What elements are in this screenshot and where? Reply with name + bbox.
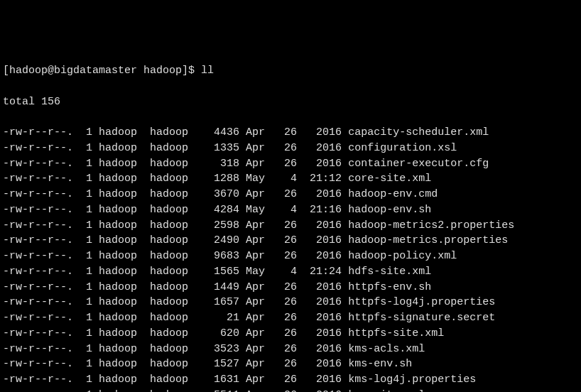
file-size: 1657 <box>201 295 239 310</box>
file-month: Apr <box>246 141 271 156</box>
file-time: 2016 <box>303 141 342 156</box>
file-group: hadoop <box>150 141 195 156</box>
file-time: 2016 <box>303 310 342 326</box>
file-perms: -rw-r--r--. <box>3 295 73 310</box>
file-size: 1631 <box>201 372 239 388</box>
file-group: hadoop <box>150 249 195 264</box>
file-links: 1 <box>80 342 92 357</box>
file-name: httpfs-signature.secret <box>348 310 495 326</box>
file-row: -rw-r--r--. 1 hadoop hadoop 9683 Apr 26 … <box>3 249 578 264</box>
file-time: 2016 <box>303 388 342 392</box>
file-name: capacity-scheduler.xml <box>348 125 489 141</box>
file-row: -rw-r--r--. 1 hadoop hadoop 3670 Apr 26 … <box>3 187 578 202</box>
file-name: kms-log4j.properties <box>348 372 476 388</box>
file-row: -rw-r--r--. 1 hadoop hadoop 1288 May 4 2… <box>3 171 578 187</box>
file-row: -rw-r--r--. 1 hadoop hadoop 4436 Apr 26 … <box>3 125 578 141</box>
file-group: hadoop <box>150 171 195 187</box>
file-name: hadoop-env.cmd <box>348 187 438 202</box>
file-owner: hadoop <box>99 202 143 218</box>
prompt-userhost: [hadoop@bigdatamaster hadoop]$ <box>3 65 195 77</box>
file-name: core-site.xml <box>348 171 431 187</box>
file-month: May <box>246 171 271 187</box>
file-month: Apr <box>246 233 271 249</box>
file-row: -rw-r--r--. 1 hadoop hadoop 4284 May 4 2… <box>3 202 578 218</box>
file-day: 26 <box>278 187 297 202</box>
file-day: 26 <box>278 141 297 156</box>
file-owner: hadoop <box>99 141 143 156</box>
file-links: 1 <box>80 125 92 141</box>
file-links: 1 <box>80 249 92 264</box>
file-time: 2016 <box>303 233 342 249</box>
file-day: 4 <box>278 264 297 280</box>
file-time: 21:16 <box>303 202 342 218</box>
file-month: Apr <box>246 388 271 392</box>
file-row: -rw-r--r--. 1 hadoop hadoop 620 Apr 26 2… <box>3 326 578 342</box>
file-perms: -rw-r--r--. <box>3 156 73 172</box>
file-day: 26 <box>278 249 297 264</box>
file-time: 2016 <box>303 356 342 372</box>
file-row: -rw-r--r--. 1 hadoop hadoop 5511 Apr 26 … <box>3 388 578 392</box>
file-owner: hadoop <box>99 310 143 326</box>
file-day: 26 <box>278 233 297 249</box>
file-links: 1 <box>80 372 92 388</box>
file-row: -rw-r--r--. 1 hadoop hadoop 1631 Apr 26 … <box>3 372 578 388</box>
file-group: hadoop <box>150 356 195 372</box>
file-group: hadoop <box>150 326 195 342</box>
file-month: Apr <box>246 342 271 357</box>
file-group: hadoop <box>150 310 195 326</box>
file-day: 4 <box>278 171 297 187</box>
file-day: 26 <box>278 388 297 392</box>
file-day: 26 <box>278 280 297 295</box>
file-owner: hadoop <box>99 388 143 392</box>
file-month: May <box>246 264 271 280</box>
file-month: Apr <box>246 326 271 342</box>
file-size: 3670 <box>201 187 239 202</box>
file-links: 1 <box>80 310 92 326</box>
file-row: -rw-r--r--. 1 hadoop hadoop 3523 Apr 26 … <box>3 342 578 357</box>
file-size: 2598 <box>201 218 239 234</box>
file-group: hadoop <box>150 264 195 280</box>
file-group: hadoop <box>150 156 195 172</box>
file-size: 1527 <box>201 356 239 372</box>
file-name: kms-acls.xml <box>348 342 425 357</box>
file-month: Apr <box>246 156 271 172</box>
file-day: 26 <box>278 218 297 234</box>
file-name: hadoop-metrics.properties <box>348 233 508 249</box>
file-links: 1 <box>80 280 92 295</box>
file-day: 4 <box>278 202 297 218</box>
file-links: 1 <box>80 218 92 234</box>
file-day: 26 <box>278 372 297 388</box>
file-size: 4284 <box>201 202 239 218</box>
file-perms: -rw-r--r--. <box>3 356 73 372</box>
file-perms: -rw-r--r--. <box>3 141 73 156</box>
file-owner: hadoop <box>99 280 143 295</box>
file-owner: hadoop <box>99 156 143 172</box>
file-time: 2016 <box>303 249 342 264</box>
total-line: total 156 <box>3 94 578 110</box>
file-perms: -rw-r--r--. <box>3 372 73 388</box>
file-links: 1 <box>80 187 92 202</box>
prompt-line[interactable]: [hadoop@bigdatamaster hadoop]$ ll <box>3 63 578 79</box>
file-links: 1 <box>80 171 92 187</box>
file-owner: hadoop <box>99 218 143 234</box>
file-owner: hadoop <box>99 326 143 342</box>
file-group: hadoop <box>150 372 195 388</box>
file-name: hadoop-policy.xml <box>348 249 457 264</box>
file-size: 21 <box>201 310 239 326</box>
file-group: hadoop <box>150 187 195 202</box>
file-name: container-executor.cfg <box>348 156 489 172</box>
file-name: hdfs-site.xml <box>348 264 431 280</box>
file-group: hadoop <box>150 342 195 357</box>
file-row: -rw-r--r--. 1 hadoop hadoop 21 Apr 26 20… <box>3 310 578 326</box>
file-time: 2016 <box>303 342 342 357</box>
file-month: Apr <box>246 218 271 234</box>
file-name: hadoop-metrics2.properties <box>348 218 514 234</box>
file-size: 5511 <box>201 388 239 392</box>
file-row: -rw-r--r--. 1 hadoop hadoop 1335 Apr 26 … <box>3 141 578 156</box>
file-time: 2016 <box>303 187 342 202</box>
file-perms: -rw-r--r--. <box>3 233 73 249</box>
file-links: 1 <box>80 388 92 392</box>
file-size: 1335 <box>201 141 239 156</box>
file-month: Apr <box>246 187 271 202</box>
file-name: configuration.xsl <box>348 141 457 156</box>
